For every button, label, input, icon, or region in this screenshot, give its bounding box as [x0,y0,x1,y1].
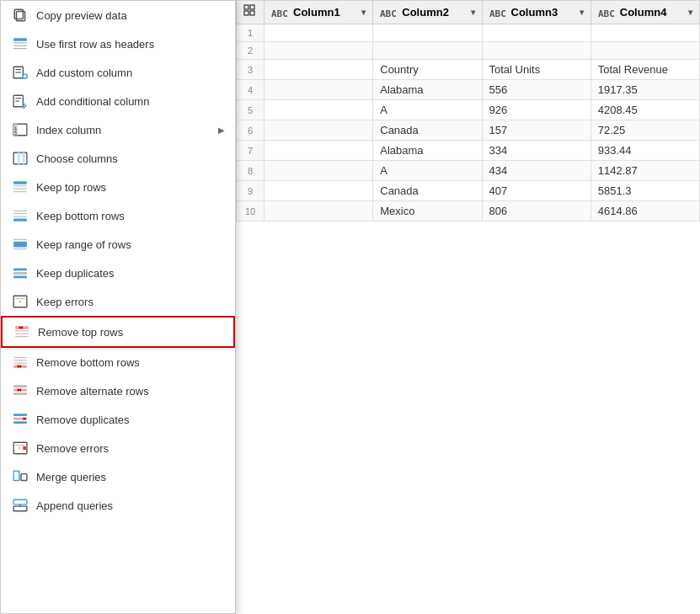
table-row: 2 [237,42,700,60]
row-number: 4 [237,80,265,100]
cell-col2: A [373,100,482,120]
cell-col3: 334 [482,141,590,161]
cell-col4 [590,24,699,42]
cell-col1 [265,42,373,60]
cell-col2: Alabama [373,141,482,161]
menu-item-label-copy-preview: Copy preview data [36,9,225,22]
menu-item-append-queries[interactable]: Append queries [1,491,235,520]
cell-col3: 556 [482,80,590,100]
menu-item-add-conditional-col[interactable]: Add conditional column [1,87,235,115]
menu-item-keep-top-rows[interactable]: Keep top rows [1,173,235,201]
menu-item-copy-preview[interactable]: Copy preview data [1,1,235,29]
table-row: 4Alabama5561917.35 [237,80,700,100]
col-dropdown-arrow-col3[interactable]: ▾ [580,8,584,17]
col-dropdown-arrow-col2[interactable]: ▾ [471,8,475,17]
remove-errors-icon [11,439,29,457]
add-custom-col-icon [11,63,29,82]
svg-rect-54 [13,392,27,395]
col-dropdown-arrow-col4[interactable]: ▾ [688,8,692,17]
menu-item-label-merge-queries: Merge queries [36,471,225,483]
table-header-row: ABCColumn1▾ABCColumn2▾ABCColumn3▾ABCColu… [237,1,700,24]
index-col-icon: 123 [11,120,29,139]
svg-rect-31 [13,218,27,221]
merge-queries-icon [11,467,29,486]
cell-col3: Total Units [482,60,590,80]
menu-item-choose-cols[interactable]: Choose columns [1,144,235,173]
cell-col2: Mexico [373,201,482,222]
menu-item-remove-top-rows[interactable]: Remove top rows [1,316,235,348]
row-number: 1 [237,24,265,42]
table-row: 9Canada4075851.3 [237,181,700,201]
menu-item-add-custom-col[interactable]: Add custom column [1,58,235,87]
svg-text:ABC: ABC [380,8,397,18]
cell-col1 [265,60,373,80]
col-name-col3: Column3 [511,6,576,19]
cell-col2: A [373,161,482,181]
row-number: 7 [237,141,265,161]
col-header-col1[interactable]: ABCColumn1▾ [265,1,373,24]
cell-col4: 933.44 [590,141,699,161]
cell-col1 [265,24,373,42]
col-dropdown-arrow-col1[interactable]: ▾ [361,8,366,17]
table-row: 5A9264208.45 [237,100,700,120]
cell-col4: Total Revenue [590,60,699,80]
menu-item-keep-duplicates[interactable]: Keep duplicates [1,259,235,287]
remove-top-rows-icon [13,323,31,341]
menu-item-label-keep-errors: Keep errors [36,296,225,308]
cell-col1 [265,80,373,100]
svg-text:ABC: ABC [489,8,506,18]
svg-text:ABC: ABC [598,8,615,18]
svg-rect-73 [244,11,248,15]
col-header-col4[interactable]: ABCColumn4▾ [590,1,699,24]
col-header-col2[interactable]: ABCColumn2▾ [373,1,482,24]
context-menu[interactable]: Copy preview dataUse first row as header… [0,0,236,614]
menu-item-merge-queries[interactable]: Merge queries [1,462,235,491]
menu-item-keep-bottom-rows[interactable]: Keep bottom rows [1,201,235,230]
svg-rect-23 [22,152,24,164]
cell-col2: Alabama [373,80,482,100]
menu-item-remove-alt-rows[interactable]: Remove alternate rows [1,376,235,405]
choose-cols-icon [11,149,29,168]
menu-item-label-remove-top-rows: Remove top rows [38,326,223,339]
cell-col4: 1142.87 [590,161,699,181]
cell-col3: 806 [482,201,590,222]
row-number: 9 [237,181,265,201]
svg-rect-36 [13,272,27,275]
col-type-icon-col4: ABC [598,6,617,19]
svg-rect-66 [13,471,19,480]
cell-col4 [590,42,699,60]
svg-rect-74 [250,11,254,15]
grid-icon-cell[interactable] [237,1,265,24]
menu-item-label-append-queries: Append queries [36,499,225,512]
menu-item-label-keep-range-rows: Keep range of rows [36,238,225,251]
col-type-icon-col2: ABC [380,6,398,19]
cell-col1 [265,100,373,120]
cell-col4: 5851.3 [590,181,699,201]
col-name-col1: Column1 [293,6,358,19]
cell-col4: 72.25 [590,120,699,141]
row-number: 3 [237,60,265,80]
keep-range-rows-icon [11,235,29,254]
menu-item-label-remove-errors: Remove errors [36,442,225,455]
menu-item-keep-errors[interactable]: Keep errors [1,287,235,316]
menu-item-label-keep-duplicates: Keep duplicates [36,267,225,280]
keep-errors-icon [11,292,29,311]
menu-item-keep-range-rows[interactable]: Keep range of rows [1,230,235,259]
svg-rect-59 [13,421,27,424]
menu-item-use-first-row[interactable]: Use first row as headers [1,29,235,58]
data-table-area: ABCColumn1▾ABCColumn2▾ABCColumn3▾ABCColu… [236,0,700,614]
menu-item-remove-duplicates[interactable]: Remove duplicates [1,405,235,434]
menu-item-index-col[interactable]: 123Index column▶ [1,115,235,144]
menu-item-remove-errors[interactable]: Remove errors [1,434,235,462]
cell-col3 [482,42,590,60]
cell-col3: 926 [482,100,590,120]
row-number: 6 [237,120,265,141]
menu-item-remove-bottom-rows[interactable]: Remove bottom rows [1,348,235,376]
svg-rect-22 [18,152,20,164]
table-body: 123CountryTotal UnitsTotal Revenue4Alaba… [237,24,700,222]
col-header-col3[interactable]: ABCColumn3▾ [482,1,590,24]
cell-col2: Country [373,60,482,80]
cell-col2 [373,42,482,60]
row-number: 2 [237,42,265,60]
cell-col2: Canada [373,181,482,201]
